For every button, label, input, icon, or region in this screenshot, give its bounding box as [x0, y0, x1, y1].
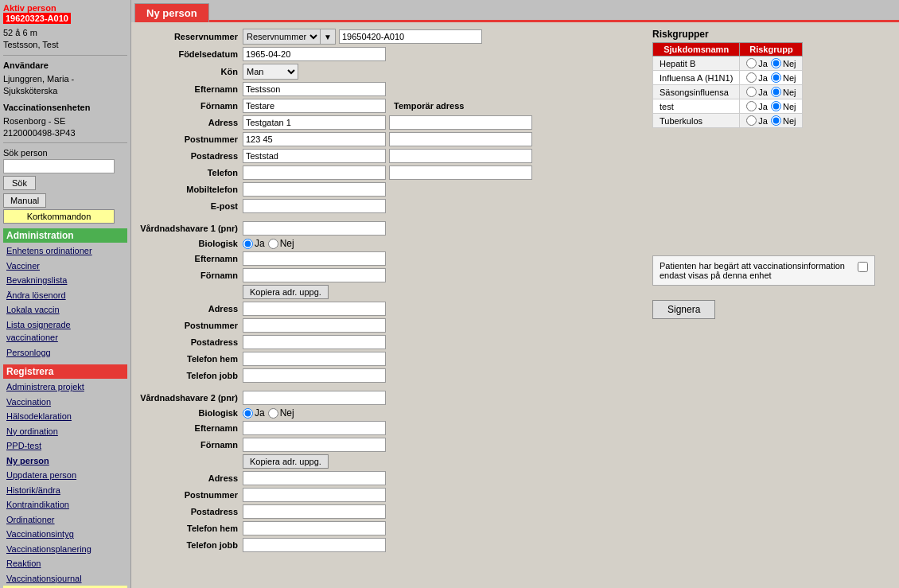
sidebar-item-halsodeklaration[interactable]: Hälsodeklaration: [3, 409, 127, 424]
vardnadshavare1-input[interactable]: [243, 221, 386, 236]
fornamn2-input[interactable]: [243, 438, 386, 452]
sidebar-item-ppd-test[interactable]: PPD-test: [3, 438, 127, 454]
biologisk2-ja-radio[interactable]: [243, 408, 253, 419]
sidebar-item-personlogg[interactable]: Personlogg: [3, 345, 127, 360]
sidebar-item-andra-losenord[interactable]: Ändra lösenord: [3, 288, 127, 303]
postnummer-label: Postnummer: [139, 134, 243, 144]
postnummer-input[interactable]: [243, 132, 386, 146]
sidebar-item-ordinationer[interactable]: Ordinationer: [3, 512, 127, 528]
adress-temp-input[interactable]: [389, 115, 532, 130]
epost-input[interactable]: [243, 199, 386, 213]
postnummer1-input[interactable]: [243, 318, 386, 333]
telefon-input[interactable]: [243, 165, 386, 180]
fodelsedatum-input[interactable]: [243, 47, 386, 61]
biologisk2-nej-radio[interactable]: [268, 408, 278, 419]
manual-button[interactable]: Manual: [3, 193, 46, 208]
sidebar-item-uppdatera-person[interactable]: Uppdatera person: [3, 468, 127, 483]
postnummer-temp-input[interactable]: [389, 132, 532, 146]
adress-input[interactable]: [243, 115, 386, 130]
reservnummer-arrow-icon[interactable]: ▼: [321, 29, 336, 45]
sidebar-item-vacciner[interactable]: Vacciner: [3, 259, 127, 274]
sidebar-item-vaccinationsintyg[interactable]: Vaccinationsintyg: [3, 527, 127, 542]
riskgrupp-nej-radio[interactable]: [771, 87, 781, 97]
postnummer2-input[interactable]: [243, 488, 386, 502]
adress2-input[interactable]: [243, 471, 386, 485]
info-box-checkbox[interactable]: [858, 262, 868, 272]
postadress-input[interactable]: [243, 149, 386, 163]
riskgrupp-ja-radio[interactable]: [746, 58, 757, 68]
riskgrupp-nej-label[interactable]: Nej: [771, 58, 796, 68]
riskgrupp-nej-radio[interactable]: [771, 101, 781, 111]
reservnummer-input[interactable]: [339, 29, 482, 44]
fornamn1-input[interactable]: [243, 268, 386, 282]
postadress2-input[interactable]: [243, 504, 386, 519]
efternamn1-input[interactable]: [243, 251, 386, 266]
fornamn-input[interactable]: [243, 99, 386, 113]
riskgrupp-nej-label[interactable]: Nej: [771, 72, 796, 83]
riskgrupp-nej-label[interactable]: Nej: [771, 87, 796, 97]
telefon-jobb2-input[interactable]: [243, 538, 386, 552]
telefon-temp-input[interactable]: [389, 165, 532, 180]
sidebar-item-vaccinationsjournal[interactable]: Vaccinationsjournal: [3, 571, 127, 586]
riskgrupp-nej-radio[interactable]: [771, 72, 781, 83]
riskgrupp-ja-label[interactable]: Ja: [746, 58, 768, 68]
biologisk2-row: Biologisk Ja Nej: [139, 407, 636, 419]
riskgrupper-riskgrupp-cell: Ja Nej: [740, 85, 803, 99]
sidebar-item-reaktion[interactable]: Reaktion: [3, 556, 127, 571]
reservnummer-select[interactable]: Reservnummer: [243, 29, 321, 45]
postadress-temp-input[interactable]: [389, 149, 532, 163]
kopiera2-button[interactable]: Kopiera adr. uppg.: [243, 454, 329, 469]
telefon-hem1-input[interactable]: [243, 352, 386, 366]
riskgrupp-ja-label[interactable]: Ja: [746, 115, 768, 126]
telefon-jobb1-input[interactable]: [243, 368, 386, 383]
sidebar-item-ny-person[interactable]: Ny person: [3, 454, 127, 469]
aktiv-person-id[interactable]: 19620323-A010: [3, 13, 71, 24]
kopiera1-button[interactable]: Kopiera adr. uppg.: [243, 285, 329, 299]
sidebar-item-lokala-vaccin[interactable]: Lokala vaccin: [3, 302, 127, 317]
sidebar-item-lista-osignerade[interactable]: Lista osignerade vaccinationer: [3, 317, 127, 345]
riskgrupper-table: Sjukdomsnamn Riskgrupp Hepatit B Ja Nej: [652, 42, 803, 128]
riskgrupp-nej-radio[interactable]: [771, 58, 781, 68]
biologisk1-ja-label[interactable]: Ja: [243, 238, 265, 249]
search-input[interactable]: [3, 159, 115, 173]
sidebar-item-vaccination[interactable]: Vaccination: [3, 395, 127, 410]
sidebar-item-administrera-projekt[interactable]: Administrera projekt: [3, 380, 127, 395]
sidebar-item-vaccinationsplanering[interactable]: Vaccinationsplanering: [3, 542, 127, 557]
riskgrupp-ja-radio[interactable]: [746, 101, 757, 111]
person-age: 52 å 6 m: [3, 27, 127, 39]
biologisk2-nej-label[interactable]: Nej: [268, 407, 294, 419]
efternamn-input[interactable]: [243, 82, 386, 96]
sidebar-item-kontraindikation[interactable]: Kontraindikation: [3, 497, 127, 512]
signera-button[interactable]: Signera: [652, 300, 715, 319]
sidebar-item-ny-ordination[interactable]: Ny ordination: [3, 424, 127, 439]
mobiltelefon-input[interactable]: [243, 182, 386, 197]
riskgrupp-ja-radio[interactable]: [746, 87, 757, 97]
sidebar-item-historik-andra[interactable]: Historik/ändra: [3, 483, 127, 498]
postadress1-input[interactable]: [243, 335, 386, 349]
adress1-input[interactable]: [243, 302, 386, 316]
riskgrupp-ja-label[interactable]: Ja: [746, 72, 768, 83]
sidebar-item-bevakningslista[interactable]: Bevakningslista: [3, 273, 127, 288]
efternamn2-input[interactable]: [243, 421, 386, 435]
riskgrupp-ja-radio[interactable]: [746, 72, 757, 83]
riskgrupp-ja-radio[interactable]: [746, 115, 757, 126]
riskgrupp-nej-label[interactable]: Nej: [771, 115, 796, 126]
riskgrupp-ja-label[interactable]: Ja: [746, 87, 768, 97]
sok-button[interactable]: Sök: [3, 176, 36, 190]
riskgrupp-nej-radio[interactable]: [771, 115, 781, 126]
biologisk2-ja-label[interactable]: Ja: [243, 407, 265, 419]
telefon-hem2-input[interactable]: [243, 521, 386, 535]
biologisk1-nej-label[interactable]: Nej: [268, 238, 294, 249]
telefon-jobb2-row: Telefon jobb: [139, 538, 636, 552]
vardnadshavare2-input[interactable]: [243, 391, 386, 405]
kon-select[interactable]: Man Kvinna: [243, 64, 298, 80]
biologisk1-nej-radio[interactable]: [268, 239, 278, 249]
biologisk1-ja-radio[interactable]: [243, 239, 253, 249]
tab-ny-person[interactable]: Ny person: [134, 3, 209, 22]
riskgrupp-nej-label[interactable]: Nej: [771, 101, 796, 111]
kortkommandon-button[interactable]: Kortkommandon: [3, 209, 115, 224]
kopiera1-row: Kopiera adr. uppg.: [139, 285, 636, 299]
riskgrupp-ja-label[interactable]: Ja: [746, 101, 768, 111]
sidebar-item-enhetens-ordinationer[interactable]: Enhetens ordinationer: [3, 243, 127, 259]
kon-row: Kön Man Kvinna: [139, 64, 636, 80]
